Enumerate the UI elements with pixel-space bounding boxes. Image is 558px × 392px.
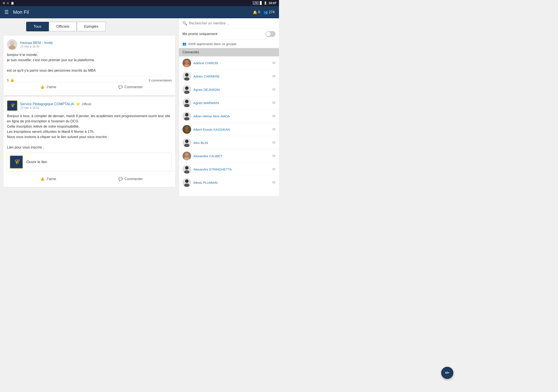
clock-icon-2: 🕐	[20, 106, 24, 109]
member-name: Alexandra CAUBET	[193, 154, 270, 158]
top-nav-right: 🔔 0 👥 274	[253, 10, 275, 14]
search-input[interactable]	[189, 21, 276, 25]
list-item: Alexandra STRINGHETTA ✉	[179, 163, 279, 176]
member-name: Albert Essoin KASSIKAN	[193, 128, 270, 131]
like-count-1: 5	[7, 78, 9, 82]
battery-icon: 🔋	[263, 1, 267, 5]
svg-point-15	[185, 86, 188, 90]
svg-point-31	[185, 140, 188, 143]
signal-icon: ▊	[260, 1, 262, 5]
member-name: Alexandra STRINGHETTA	[193, 168, 270, 171]
search-icon: 🔍	[183, 21, 187, 26]
left-panel: Tous Officiels Epinglés Hasnaa BENI - In…	[0, 18, 179, 196]
post-header-1: Hasnaa BENI - Invité 🕐 hier à 16:35	[7, 39, 172, 50]
member-list: Adeline CHIRON ✉ Adrien CARRERE ✉	[179, 56, 279, 196]
like-btn-1[interactable]: 👍 J'aime	[7, 82, 89, 92]
avatar	[183, 112, 191, 120]
status-icons: ⚙ A 📋	[3, 1, 14, 5]
list-item: Alex BLIN ✉	[179, 136, 279, 149]
bell-icon: 🔔	[253, 10, 257, 14]
tab-tous[interactable]: Tous	[26, 22, 49, 31]
post-meta-2: Service Pédagogique COMPTALIA ⭐ Officiel…	[20, 102, 91, 109]
font-icon: A	[7, 1, 9, 5]
post-card-1: Hasnaa BENI - Invité 🕐 hier à 16:35 bonj…	[3, 36, 175, 95]
official-badge-2: Officiel	[82, 102, 91, 106]
tab-bar: Tous Officiels Epinglés	[0, 18, 179, 34]
connected-header: Connectés	[179, 48, 279, 56]
comment-icon-1: 💬	[118, 85, 123, 89]
like-icon-1: 👍	[40, 85, 44, 89]
member-name: Adeline CHIRON	[193, 61, 270, 65]
member-name: Adrien CARRERE	[193, 75, 270, 78]
top-nav: ☰ Mon Fil 🔔 0 👥 274	[0, 6, 279, 18]
lte-icon: LTE	[253, 1, 259, 5]
group-icon-sidebar: 👥	[183, 42, 187, 46]
mail-icon[interactable]: ✉	[272, 153, 276, 158]
list-item: Alexis PLUMAIN ✉	[179, 176, 279, 189]
post-header-2: 𝒞 Service Pédagogique COMPTALIA ⭐ Offici…	[7, 100, 172, 111]
svg-point-11	[185, 73, 188, 76]
svg-rect-27	[185, 130, 189, 132]
mail-icon[interactable]: ✉	[272, 114, 276, 119]
members-btn[interactable]: 👥 274	[263, 10, 275, 14]
post-time-2: 🕐 hier à 10:52	[20, 106, 91, 109]
comment-btn-1[interactable]: 💬 Commenter	[89, 82, 172, 92]
comment-btn-2[interactable]: 💬 Commenter	[89, 174, 172, 184]
hamburger-icon[interactable]: ☰	[4, 9, 9, 15]
member-name: Alex BLIN	[193, 141, 270, 145]
avatar	[183, 165, 191, 174]
avatar-1	[7, 39, 17, 50]
post-actions-2: 👍 J'aime 💬 Commenter	[7, 174, 172, 184]
list-item: Agnès MARMAIN ✉	[179, 96, 279, 110]
avatar	[183, 152, 191, 160]
post-footer-1: 5 👍 3 commentaires	[7, 76, 172, 82]
link-preview-2[interactable]: 𝒞 Ouvrir le lien	[7, 153, 172, 171]
avatar-2: 𝒞	[7, 100, 17, 111]
post-author-1: Hasnaa BENI - Invité	[20, 41, 52, 45]
promo-toggle-row: Ma promo uniquement	[179, 28, 279, 40]
star-icon-2: ⭐	[76, 102, 80, 106]
avatar	[183, 125, 191, 134]
svg-point-23	[185, 113, 188, 116]
clipboard-icon: 📋	[11, 1, 14, 5]
mail-icon[interactable]: ✉	[272, 87, 276, 92]
mail-icon[interactable]: ✉	[272, 60, 276, 65]
list-item: Adrien CARRERE ✉	[179, 70, 279, 83]
svg-point-2	[10, 41, 14, 45]
status-bar: ⚙ A 📋 LTE ▊ 🔋 10:07	[0, 0, 279, 6]
time-display: 10:07	[269, 1, 276, 5]
mail-icon[interactable]: ✉	[272, 140, 276, 145]
mail-icon[interactable]: ✉	[272, 100, 276, 105]
tab-epingles[interactable]: Epinglés	[77, 22, 106, 31]
list-item: Alban Hilmar Akre AMOA ✉	[179, 110, 279, 123]
settings-icon: ⚙	[3, 1, 5, 5]
like-btn-2[interactable]: 👍 J'aime	[7, 174, 89, 184]
svg-point-33	[185, 153, 189, 156]
main-layout: Tous Officiels Epinglés Hasnaa BENI - In…	[0, 18, 279, 196]
link-logo-2: 𝒞	[10, 155, 23, 169]
member-name: Alexis PLUMAIN	[193, 181, 270, 184]
like-icon-2: 👍	[40, 177, 44, 181]
toggle-knob	[266, 32, 271, 36]
page-title: Mon Fil	[13, 9, 29, 15]
mail-icon[interactable]: ✉	[272, 74, 276, 79]
post-content-1: bonjour tt le monde, je suis nouvelle; c…	[7, 52, 172, 73]
svg-point-42	[185, 179, 188, 182]
svg-point-7	[185, 60, 188, 63]
post-comments-1: 3 commentaires	[148, 78, 172, 82]
tab-officiels[interactable]: Officiels	[49, 22, 77, 31]
notification-btn[interactable]: 🔔 0	[253, 10, 260, 14]
top-nav-left: ☰ Mon Fil	[4, 9, 29, 15]
thumb-icon-1: 👍	[10, 78, 14, 82]
promo-toggle[interactable]	[265, 31, 276, 37]
post-author-row-2: Service Pédagogique COMPTALIA ⭐ Officiel	[20, 102, 91, 106]
post-meta-1: Hasnaa BENI - Invité 🕐 hier à 16:35	[20, 41, 52, 48]
mail-icon[interactable]: ✉	[272, 127, 276, 132]
post-time-1: 🕐 hier à 16:35	[20, 45, 52, 48]
mail-icon[interactable]: ✉	[272, 167, 276, 172]
status-right: LTE ▊ 🔋 10:07	[253, 1, 276, 5]
list-item: Albert Essoin KASSIKAN ✉	[179, 123, 279, 136]
mail-icon[interactable]: ✉	[272, 180, 276, 185]
promo-label: Ma promo uniquement	[183, 32, 217, 36]
link-text-2: Ouvrir le lien	[26, 160, 47, 164]
